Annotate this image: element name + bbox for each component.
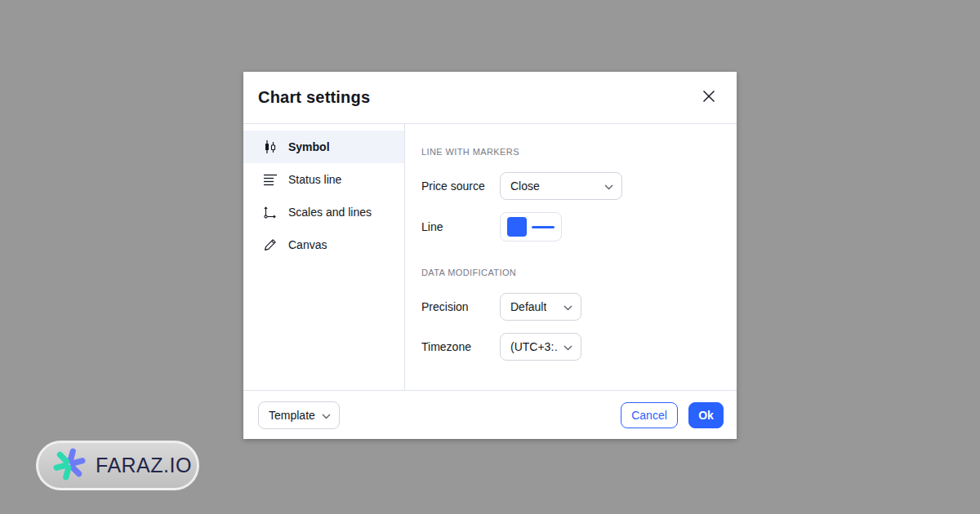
sidebar-item-label: Status line — [288, 173, 341, 186]
footer-actions: Cancel Ok — [621, 402, 724, 428]
axes-icon — [263, 205, 278, 219]
precision-row: Precision Default — [421, 293, 737, 321]
chevron-down-icon — [322, 409, 331, 422]
sidebar-item-status-line[interactable]: Status line — [243, 163, 404, 196]
sidebar-item-label: Canvas — [288, 238, 327, 251]
precision-value: Default — [510, 300, 546, 313]
faraz-io-watermark: FARAZ.IO — [36, 441, 199, 490]
pencil-icon — [263, 237, 278, 252]
status-lines-icon — [263, 172, 278, 187]
sidebar-item-scales-and-lines[interactable]: Scales and lines — [243, 196, 404, 228]
close-button[interactable] — [699, 88, 719, 108]
line-row: Line — [421, 212, 737, 241]
dialog-title: Chart settings — [258, 88, 370, 107]
timezone-select[interactable]: (UTC+3:… — [500, 333, 581, 361]
precision-label: Precision — [421, 300, 500, 313]
close-icon — [702, 89, 716, 106]
chevron-down-icon — [564, 300, 572, 313]
sidebar-item-label: Scales and lines — [288, 206, 372, 219]
sidebar-item-label: Symbol — [288, 140, 330, 153]
chevron-down-icon — [604, 179, 613, 193]
dialog-footer: Template Cancel Ok — [243, 390, 737, 439]
line-style-preview — [532, 226, 555, 228]
line-label: Line — [421, 220, 500, 233]
faraz-asterisk-icon — [51, 446, 87, 485]
sidebar-item-canvas[interactable]: Canvas — [243, 228, 404, 261]
price-source-select[interactable]: Close — [500, 172, 622, 200]
precision-select[interactable]: Default — [500, 293, 581, 321]
template-value: Template — [269, 409, 315, 422]
dialog-body: Symbol Status line — [243, 124, 737, 390]
ok-button[interactable]: Ok — [688, 402, 724, 428]
chart-settings-dialog: Chart settings — [243, 72, 737, 439]
price-source-row: Price source Close — [421, 172, 737, 200]
settings-sidebar: Symbol Status line — [243, 124, 405, 390]
price-source-value: Close — [510, 179, 540, 193]
timezone-row: Timezone (UTC+3:… — [421, 333, 737, 361]
settings-content: LINE WITH MARKERS Price source Close Lin… — [405, 124, 737, 390]
candles-icon — [263, 140, 278, 154]
sidebar-item-symbol[interactable]: Symbol — [243, 131, 404, 163]
section-heading-data-modification: DATA MODIFICATION — [421, 268, 737, 277]
timezone-label: Timezone — [421, 340, 500, 353]
price-source-label: Price source — [421, 179, 500, 193]
line-style-control[interactable] — [500, 212, 562, 241]
timezone-value: (UTC+3:… — [510, 340, 559, 353]
template-select[interactable]: Template — [258, 401, 340, 429]
watermark-text: FARAZ.IO — [96, 454, 192, 477]
line-color-swatch[interactable] — [507, 217, 527, 237]
dialog-header: Chart settings — [243, 72, 737, 124]
section-heading-line-with-markers: LINE WITH MARKERS — [421, 147, 737, 157]
cancel-button[interactable]: Cancel — [621, 402, 678, 428]
chevron-down-icon — [564, 340, 572, 353]
